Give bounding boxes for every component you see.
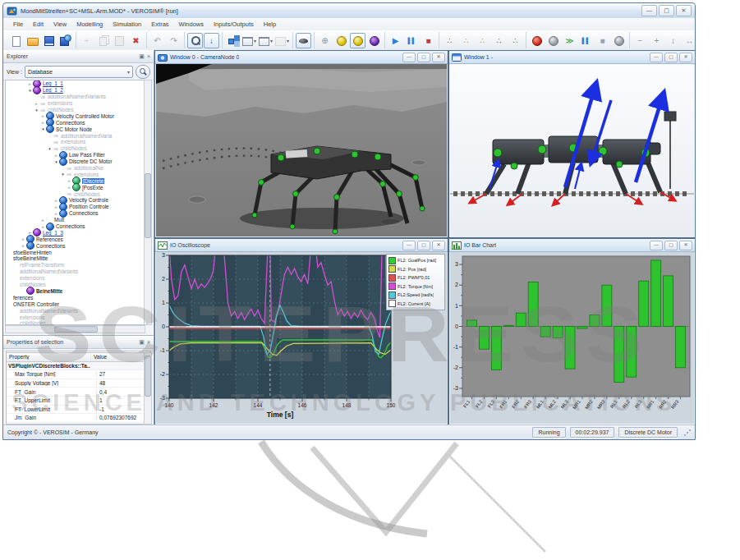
- collapsed-arrow-icon[interactable]: ▸: [40, 120, 46, 125]
- tree-item-onster-controller[interactable]: ONSTER Controller: [6, 301, 145, 307]
- tree-item-sfoebeinehinten[interactable]: sfoeBeineHinten: [6, 249, 145, 255]
- bar-rr3[interactable]: [676, 327, 686, 368]
- expanded-arrow-icon[interactable]: ▾: [47, 146, 53, 151]
- menu-edit[interactable]: Edit: [28, 20, 48, 29]
- bar-fr3[interactable]: [528, 282, 538, 326]
- menu-view[interactable]: View: [48, 20, 71, 29]
- bar-fr1[interactable]: [503, 325, 513, 326]
- properties-scrollbar[interactable]: [144, 352, 152, 425]
- bar-fl1[interactable]: [467, 320, 476, 327]
- undo-button[interactable]: ↶: [149, 33, 165, 48]
- expanded-arrow-icon[interactable]: ▾: [53, 159, 59, 164]
- new-file-button[interactable]: [8, 33, 24, 48]
- save-all-button[interactable]: [57, 33, 73, 48]
- tree-item-low-pass-filter[interactable]: ▸Low Pass Filter: [6, 152, 145, 158]
- tree-item-sc-motor-node[interactable]: ▾SC Motor Node: [6, 126, 145, 132]
- menu-modelling[interactable]: Modelling: [71, 20, 108, 29]
- dock-pin-icon[interactable]: ▣: [139, 53, 145, 60]
- tree-item-extensions[interactable]: ▸vaextensions: [6, 100, 145, 107]
- close-button[interactable]: ✕: [679, 241, 692, 250]
- barchart-content[interactable]: FL1FL2FL3FR1FR2FR3ML1ML2ML3MR1MR2MR3RL1R…: [450, 252, 694, 424]
- graph-collapse-button[interactable]: ∴: [475, 33, 490, 48]
- collapsed-arrow-icon[interactable]: ▸: [53, 198, 59, 203]
- tree-item-additionalnamedvariants[interactable]: vaadditionalNamedVariants: [6, 94, 145, 100]
- graph-green-button[interactable]: ∴: [508, 33, 523, 48]
- property-row-jm-gain[interactable]: Jm_Gain0,07692307692: [7, 414, 145, 423]
- tree-item-extensions[interactable]: vaextensions: [6, 139, 145, 145]
- close-button[interactable]: ✕: [676, 5, 692, 16]
- tr-translate-button[interactable]: −: [632, 33, 648, 48]
- tree-item-extensions[interactable]: extensions: [6, 314, 145, 320]
- bar-rl2[interactable]: [627, 327, 637, 378]
- tree-item-connections[interactable]: ▸Connections: [6, 223, 145, 230]
- tree-item-childnodes[interactable]: ▾vachildNodes: [6, 107, 145, 113]
- add-button[interactable]: +: [79, 33, 94, 48]
- collapsed-arrow-icon[interactable]: ▸: [34, 101, 39, 106]
- property-row-supply-voltage-v[interactable]: Supply Voltage [V]48: [7, 379, 145, 388]
- sphere-shaded-button[interactable]: [333, 33, 349, 48]
- maximize-button[interactable]: ▢: [417, 241, 430, 250]
- bar-fl2[interactable]: [479, 327, 489, 350]
- tree-horizontal-scrollbar[interactable]: [5, 325, 145, 333]
- bar-ml1[interactable]: [540, 327, 550, 337]
- tree-item-childnodes[interactable]: vachildNodes: [6, 190, 145, 197]
- tree-item-ferences[interactable]: ferences: [6, 294, 145, 301]
- view3d-window-titlebar[interactable]: Window 1 - —▢✕: [449, 51, 695, 64]
- bar-fl3[interactable]: [491, 327, 501, 370]
- model-group-button[interactable]: ▾: [274, 33, 290, 48]
- bar-mr3[interactable]: [602, 285, 612, 326]
- property-row-ft-upperlimit[interactable]: FT_UpperLimit1: [7, 397, 145, 406]
- tree-item-references[interactable]: ▸References: [6, 236, 145, 242]
- copy-button[interactable]: [95, 33, 111, 48]
- tree-item-posexte[interactable]: ▸[PosExte: [6, 184, 145, 190]
- property-row-max-torque-nm[interactable]: Max Torque [Nm]27: [7, 370, 145, 379]
- graph-red-button[interactable]: ∴: [442, 33, 457, 48]
- tree-item-sfoebeinemitte[interactable]: sfoeBeineMitte: [6, 255, 145, 262]
- expanded-arrow-icon[interactable]: ▾: [27, 88, 33, 93]
- tree-item-additionalnamedvaria[interactable]: vaadditionalNamedVaria: [6, 132, 145, 139]
- dock-pin-icon[interactable]: ▣: [139, 339, 145, 346]
- sim-stop-button[interactable]: ■: [595, 33, 610, 48]
- maximize-button[interactable]: ▢: [659, 5, 674, 16]
- expanded-arrow-icon[interactable]: ▾: [60, 172, 66, 177]
- collapsed-arrow-icon[interactable]: ▸: [53, 211, 59, 216]
- maximize-button[interactable]: ▢: [417, 53, 430, 62]
- tree-item-velocity-controlled-motor[interactable]: ▸Velocity Controlled Motor: [6, 112, 145, 119]
- tree-item-relframetransform[interactable]: relFrameTransform: [6, 262, 145, 269]
- bar-rl3[interactable]: [639, 281, 649, 326]
- tree-item-velocity-controle[interactable]: ▸Velocity Controle: [6, 197, 145, 204]
- camera-window-titlebar[interactable]: Window 0 - CameraNode 0 —▢✕: [155, 51, 448, 64]
- properties-group-row[interactable]: VSPluginVCDiscreteBlocks::Ta..: [7, 362, 145, 371]
- tree-item-childnodes[interactable]: childNodes: [6, 282, 145, 288]
- tree-item-additionalna[interactable]: vaadditionalNa: [6, 165, 145, 172]
- oscilloscope-window-titlebar[interactable]: IO Oscilloscope —▢✕: [155, 239, 448, 252]
- paste-button[interactable]: [112, 33, 127, 48]
- sim-step-button[interactable]: ≫: [562, 33, 577, 48]
- tree-item-connections[interactable]: ▸Connections: [6, 119, 145, 126]
- expanded-arrow-icon[interactable]: ▾: [34, 108, 39, 112]
- tree-item-position-controle[interactable]: ▸Position Controle: [6, 204, 145, 210]
- minimize-button[interactable]: —: [650, 241, 663, 250]
- open-file-button[interactable]: [25, 33, 40, 48]
- sim-reset-button[interactable]: [545, 33, 561, 48]
- menu-help[interactable]: Help: [259, 20, 281, 29]
- menu-simulation[interactable]: Simulation: [108, 20, 146, 29]
- tree-item-leg-1-3[interactable]: ▸Leg_1_3: [6, 229, 145, 236]
- collapsed-arrow-icon[interactable]: ▸: [40, 218, 46, 223]
- minimize-button[interactable]: —: [641, 5, 657, 16]
- view-select[interactable]: Database ▾: [25, 66, 133, 78]
- tree-item-connections[interactable]: ▸Connections: [6, 210, 145, 217]
- import-button[interactable]: ↓: [204, 33, 219, 48]
- maximize-button[interactable]: ▢: [664, 53, 678, 62]
- bar-mr1[interactable]: [577, 327, 587, 329]
- graph-orange-button[interactable]: ∴: [458, 33, 474, 48]
- sphere-material-button[interactable]: [366, 33, 382, 48]
- maximize-button[interactable]: ▢: [664, 241, 678, 250]
- tree-item-leg-1-1[interactable]: ▸Leg_1_1: [6, 80, 145, 87]
- delete-button[interactable]: ✖: [128, 33, 144, 48]
- bar-ml2[interactable]: [553, 327, 563, 338]
- model-view-button[interactable]: ▾: [241, 33, 257, 48]
- tree-item-beinemitte[interactable]: BeineMitte: [6, 288, 145, 295]
- tr-move-button[interactable]: +: [649, 33, 664, 48]
- tree-item-extensions[interactable]: extensions: [6, 275, 145, 282]
